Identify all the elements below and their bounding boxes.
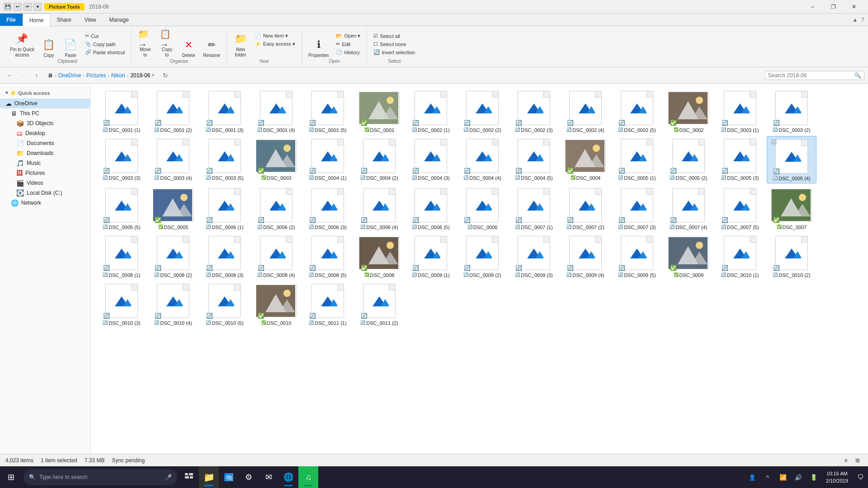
ribbon-help[interactable]: ?: [861, 17, 864, 23]
tab-manage[interactable]: Manage: [103, 14, 136, 26]
taskview-button[interactable]: [179, 466, 199, 488]
file-item[interactable]: 🔄🔄DSC_0010 (3): [97, 281, 146, 327]
file-item[interactable]: ✅✅DSC_0002: [664, 88, 713, 134]
qat-icon-1[interactable]: 💾: [4, 3, 12, 11]
spotify-taskbar[interactable]: ♫: [298, 466, 318, 488]
file-item[interactable]: 🔄🔄DSC_0008 (2): [148, 233, 198, 279]
select-none-button[interactable]: ☐Select none: [371, 40, 418, 48]
up-button[interactable]: ↑: [31, 70, 42, 81]
file-item[interactable]: 🔄🔄DSC_0001 (2): [148, 88, 198, 134]
volume-tray[interactable]: 🔊: [791, 466, 806, 488]
breadcrumb-folder[interactable]: 2018-06: [130, 72, 150, 79]
delete-button[interactable]: ✕ Delete: [179, 37, 198, 59]
file-item[interactable]: 🔄🔄DSC_0005 (3): [715, 136, 765, 183]
file-item[interactable]: 🔄☑🔄DSC_0005 (4): [767, 136, 816, 183]
new-item-button[interactable]: 📄New item ▾: [252, 32, 298, 40]
properties-button[interactable]: ℹ Properties: [306, 37, 332, 59]
file-item[interactable]: ✅✅DSC_0001: [354, 88, 404, 134]
clock-tray[interactable]: 10:16 AM 2/10/2019: [821, 466, 853, 488]
pin-to-quick-access-button[interactable]: 📌 Pin to Quickaccess: [7, 31, 37, 59]
minimize-button[interactable]: –: [802, 0, 823, 14]
file-item[interactable]: 🔄🔄DSC_0011 (2): [354, 281, 404, 327]
file-item[interactable]: 🔄🔄DSC_0008 (3): [200, 233, 250, 279]
file-item[interactable]: 🔄🔄DSC_0006 (5): [406, 185, 456, 231]
file-item[interactable]: 🔄🔄DSC_0006 (4): [354, 185, 404, 231]
sidebar-item-localdisk[interactable]: 💽 Local Disk (C:): [0, 188, 90, 198]
rename-button[interactable]: ✏ Rename: [200, 37, 223, 59]
file-item[interactable]: 🔄🔄DSC_0002 (3): [509, 88, 559, 134]
file-item[interactable]: 🔄🔄DSC_0010 (4): [148, 281, 198, 327]
file-item[interactable]: 🔄🔄DSC_0003 (3): [97, 136, 146, 183]
copy-to-button[interactable]: 📋→ Copyto: [157, 31, 177, 59]
search-box[interactable]: 🔍: [765, 71, 864, 80]
close-button[interactable]: ✕: [844, 0, 864, 14]
start-button[interactable]: ⊞: [0, 466, 22, 488]
select-all-button[interactable]: ☑Select all: [371, 32, 418, 40]
battery-tray[interactable]: 🔋: [806, 466, 821, 488]
breadcrumb-pictures[interactable]: Pictures: [86, 72, 106, 79]
file-item[interactable]: 🔄🔄DSC_0009 (2): [458, 233, 507, 279]
breadcrumb-nikon[interactable]: Nikon: [111, 72, 125, 79]
cut-button[interactable]: ✂Cut: [82, 32, 127, 40]
file-item[interactable]: 🔄🔄DSC_0004 (2): [354, 136, 404, 183]
file-item[interactable]: 🔄🔄DSC_0005 (1): [612, 136, 662, 183]
file-item[interactable]: 🔄🔄DSC_0007 (3): [612, 185, 662, 231]
file-item[interactable]: 🔄🔄DSC_0010 (2): [767, 233, 816, 279]
settings-taskbar[interactable]: ⚙: [239, 466, 259, 488]
file-item[interactable]: 🔄🔄DSC_0002 (2): [458, 88, 507, 134]
mail-taskbar[interactable]: ✉: [259, 466, 278, 488]
file-item[interactable]: 🔄🔄DSC_0008 (1): [97, 233, 146, 279]
store-taskbar[interactable]: 🛍: [219, 466, 239, 488]
tab-file[interactable]: File: [0, 14, 23, 26]
file-item[interactable]: 🔄🔄DSC_0008 (4): [251, 233, 301, 279]
ribbon-collapse[interactable]: ▲: [852, 17, 858, 23]
search-bar[interactable]: 🔍 Type here to search 🎤: [24, 469, 177, 485]
search-input[interactable]: [768, 72, 853, 79]
file-item[interactable]: 🔄🔄DSC_0005 (5): [97, 185, 146, 231]
copy-button[interactable]: 📋 Copy: [39, 37, 59, 59]
file-item[interactable]: 🔄🔄DSC_0008 (5): [303, 233, 353, 279]
qat-icon-3[interactable]: ✏: [24, 3, 32, 11]
file-item[interactable]: 🔄🔄DSC_0007 (2): [561, 185, 610, 231]
sidebar-item-downloads[interactable]: 📁 Downloads: [0, 148, 90, 158]
file-item[interactable]: ✅✅DSC_0008: [354, 233, 404, 279]
file-item[interactable]: ✅✅DSC_0007: [767, 185, 816, 231]
file-item[interactable]: 🔄🔄DSC_0002 (1): [406, 88, 456, 134]
people-tray[interactable]: 👤: [745, 466, 760, 488]
file-item[interactable]: 🔄🔄DSC_0003 (4): [148, 136, 198, 183]
file-item[interactable]: 🔄🔄DSC_0011 (1): [303, 281, 353, 327]
qat-icon-2[interactable]: ↩: [14, 3, 22, 11]
file-item[interactable]: 🔄🔄DSC_0003 (1): [715, 88, 765, 134]
file-item[interactable]: ✅✅DSC_0003: [251, 136, 301, 183]
file-item[interactable]: 🔄🔄DSC_0006 (1): [200, 185, 250, 231]
copy-path-button[interactable]: 📎Copy path: [82, 40, 127, 48]
tab-view[interactable]: View: [78, 14, 103, 26]
file-item[interactable]: 🔄🔄DSC_0001 (1): [97, 88, 146, 134]
sidebar-item-3dobjects[interactable]: 📦 3D Objects: [0, 118, 90, 128]
file-item[interactable]: ✅✅DSC_0009: [664, 233, 713, 279]
new-folder-button[interactable]: 📁 Newfolder: [231, 31, 250, 59]
file-item[interactable]: 🔄🔄DSC_0009 (4): [561, 233, 610, 279]
file-item[interactable]: ✅✅DSC_0004: [561, 136, 610, 183]
file-item[interactable]: 🔄🔄DSC_0006 (2): [251, 185, 301, 231]
maximize-button[interactable]: ❐: [823, 0, 844, 14]
paste-button[interactable]: 📄 Paste: [61, 37, 80, 59]
file-item[interactable]: 🔄🔄DSC_0006: [458, 185, 507, 231]
file-item[interactable]: 🔄🔄DSC_0007 (1): [509, 185, 559, 231]
quick-access-header[interactable]: ▾ ⭐ Quick access: [0, 87, 90, 97]
file-area[interactable]: 🔄🔄DSC_0001 (1) 🔄🔄DSC_0001 (2) 🔄🔄DSC_0001…: [90, 84, 868, 454]
file-item[interactable]: 🔄🔄DSC_0006 (3): [303, 185, 353, 231]
chrome-taskbar[interactable]: 🌐: [278, 466, 298, 488]
qat-dropdown[interactable]: ▾: [33, 3, 42, 11]
file-item[interactable]: ✅✅DSC_0005: [148, 185, 198, 231]
file-item[interactable]: 🔄🔄DSC_0002 (5): [612, 88, 662, 134]
file-item[interactable]: 🔄🔄DSC_0002 (4): [561, 88, 610, 134]
file-item[interactable]: ✅✅DSC_0010: [251, 281, 301, 327]
refresh-button[interactable]: ↻: [160, 70, 171, 81]
sidebar-item-documents[interactable]: 📄 Documents: [0, 138, 90, 148]
sidebar-item-videos[interactable]: 🎬 Videos: [0, 178, 90, 188]
tab-share[interactable]: Share: [51, 14, 78, 26]
chevron-tray[interactable]: ^: [760, 466, 775, 488]
sidebar-item-network[interactable]: 🌐 Network: [0, 198, 90, 208]
file-item[interactable]: 🔄🔄DSC_0001 (4): [251, 88, 301, 134]
